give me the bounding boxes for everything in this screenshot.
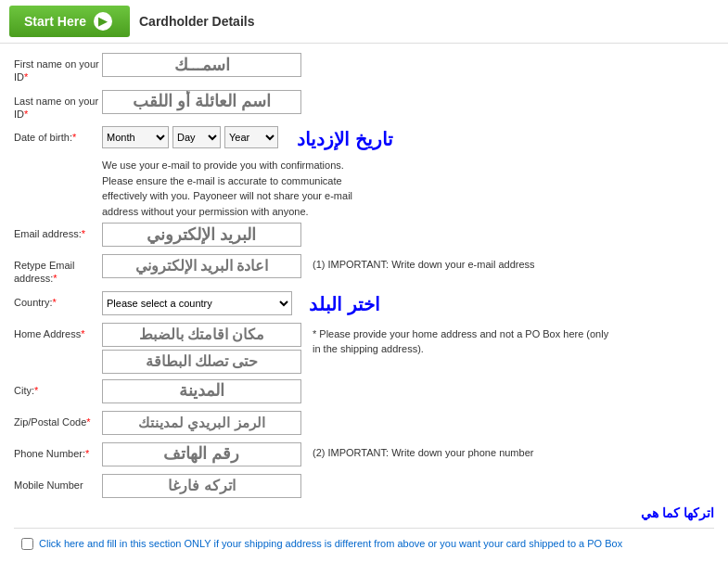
zip-input[interactable] (102, 411, 301, 435)
retype-email-row: Retype Email address:* (1) IMPORTANT: Wr… (14, 254, 714, 286)
email-important-note: (1) IMPORTANT: Write down your e-mail ad… (313, 254, 535, 272)
zip-label: Zip/Postal Code* (14, 411, 102, 428)
country-select[interactable]: Please select a country (102, 291, 292, 315)
dob-arabic-hint: تاريخ الإزدياد (297, 126, 393, 150)
home-address-row: Home Address* * Please provide your home… (14, 323, 714, 374)
email-input[interactable] (102, 223, 301, 247)
arrow-icon: ▶ (94, 12, 112, 31)
phone-input[interactable] (102, 442, 301, 466)
shipping-address-row: Click here and fill in this section ONLY… (14, 528, 714, 556)
leave-empty-arabic: اتركها كما هي (23, 505, 714, 520)
email-label: Email address:* (14, 223, 102, 240)
mobile-label: Mobile Number (14, 474, 102, 492)
first-name-label: First name on your ID* (14, 53, 102, 84)
start-here-button[interactable]: Start Here ▶ (9, 6, 130, 37)
country-row: Country:* Please select a country اختر ا… (14, 291, 714, 317)
zip-row: Zip/Postal Code* (14, 411, 714, 437)
last-name-row: Last name on your ID* (14, 90, 714, 121)
cardholder-form: First name on your ID* اسمـــك Last name… (0, 44, 728, 564)
country-label: Country:* (14, 291, 102, 309)
dob-row: Date of birth:* Month Day Year تاريخ الإ… (14, 126, 714, 152)
dob-month-select[interactable]: Month (102, 126, 169, 148)
home-address-label: Home Address* (14, 323, 102, 340)
email-row: Email address:* (14, 223, 714, 249)
phone-label: Phone Number:* (14, 442, 102, 460)
last-name-label: Last name on your ID* (14, 90, 102, 121)
phone-important-note: (2) IMPORTANT: Write down your phone num… (313, 442, 533, 460)
home-address-line1[interactable] (102, 323, 301, 347)
page-title: Cardholder Details (139, 14, 254, 29)
country-arabic-hint: اختر البلد (309, 291, 380, 315)
start-here-label: Start Here (24, 14, 86, 29)
page-header: Start Here ▶ Cardholder Details (0, 0, 728, 44)
last-name-input[interactable] (102, 90, 301, 114)
city-input[interactable] (102, 379, 301, 403)
email-info-text: We use your e-mail to provide you with c… (102, 158, 371, 219)
home-address-line2[interactable] (102, 350, 301, 374)
first-name-row: First name on your ID* اسمـــك (14, 53, 714, 84)
retype-email-label: Retype Email address:* (14, 254, 102, 286)
mobile-row: Mobile Number (14, 474, 714, 500)
mobile-input[interactable] (102, 474, 301, 498)
dob-label: Date of birth:* (14, 126, 102, 144)
city-label: City:* (14, 379, 102, 397)
phone-row: Phone Number:* (2) IMPORTANT: Write down… (14, 442, 714, 468)
dob-day-select[interactable]: Day (172, 126, 221, 148)
dob-year-select[interactable]: Year (224, 126, 278, 148)
retype-email-input[interactable] (102, 254, 301, 278)
city-row: City:* (14, 379, 714, 405)
first-name-input[interactable] (102, 53, 301, 77)
shipping-address-label: Click here and fill in this section ONLY… (39, 536, 622, 552)
shipping-address-checkbox[interactable] (21, 538, 33, 550)
home-address-note: * Please provide your home address and n… (313, 323, 619, 357)
dob-selects: Month Day Year (102, 126, 278, 148)
home-address-inputs (102, 323, 301, 374)
